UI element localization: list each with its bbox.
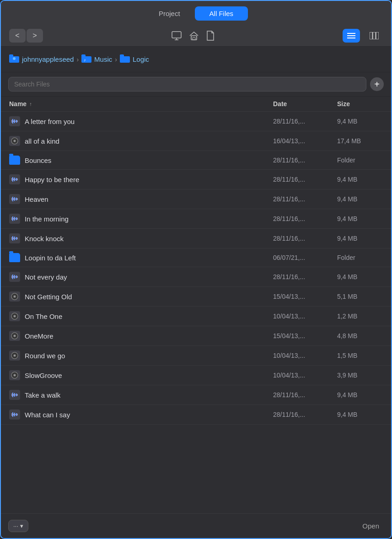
forward-button[interactable]: >	[27, 29, 43, 43]
file-size: 9,4 MB	[337, 118, 383, 125]
table-row[interactable]: Not every day 28/11/16,... 9,4 MB	[1, 267, 391, 287]
file-date: 28/11/16,...	[273, 391, 337, 399]
header-size: Size	[337, 100, 383, 108]
tab-all-files[interactable]: All Files	[195, 6, 248, 21]
svg-point-13	[13, 57, 16, 60]
file-size: 5,1 MB	[337, 293, 383, 300]
file-size: 9,4 MB	[337, 411, 383, 418]
audio-icon	[9, 390, 20, 400]
project-icon	[9, 291, 20, 302]
file-size: Folder	[337, 156, 383, 164]
table-row[interactable]: Happy to be there 28/11/16,... 9,4 MB	[1, 170, 391, 189]
file-size: 9,4 MB	[337, 273, 383, 280]
nav-group: < >	[9, 29, 43, 43]
search-row: +	[1, 72, 391, 97]
tab-project[interactable]: Project	[144, 6, 195, 21]
location-icons	[172, 31, 215, 41]
audio-icon	[9, 174, 20, 184]
table-row[interactable]: Heaven 28/11/16,... 9,4 MB	[1, 189, 391, 209]
file-date: 28/11/16,...	[273, 118, 337, 125]
toolbar: < >	[1, 25, 391, 47]
file-name: OneMore	[25, 332, 54, 340]
file-date: 06/07/21,...	[273, 254, 337, 261]
audio-icon	[9, 272, 20, 282]
file-name: A letter from you	[25, 118, 75, 125]
breadcrumb-logic[interactable]: Logic	[120, 54, 149, 64]
file-date: 28/11/16,...	[273, 273, 337, 280]
breadcrumb-sep-2: ›	[115, 56, 117, 63]
table-row[interactable]: What can I say 28/11/16,... 9,4 MB	[1, 405, 391, 425]
file-date: 28/11/16,...	[273, 411, 337, 418]
user-folder-icon	[9, 54, 19, 64]
table-row[interactable]: A letter from you 28/11/16,... 9,4 MB	[1, 112, 391, 131]
file-date: 28/11/16,...	[273, 235, 337, 242]
file-date: 16/04/13,...	[273, 137, 337, 145]
list-view-button[interactable]	[343, 29, 360, 43]
table-row[interactable]: Bounces 28/11/16,... Folder	[1, 151, 391, 170]
table-row[interactable]: SlowGroove 10/04/13,... 3,9 MB	[1, 366, 391, 385]
breadcrumb-music[interactable]: ♪ Music	[81, 54, 112, 64]
file-date: 28/11/16,...	[273, 156, 337, 164]
file-size: 9,4 MB	[337, 215, 383, 222]
table-row[interactable]: In the morning 28/11/16,... 9,4 MB	[1, 209, 391, 229]
svg-rect-18	[120, 54, 124, 57]
svg-rect-0	[172, 32, 181, 38]
table-row[interactable]: OneMore 15/04/13,... 4,8 MB	[1, 326, 391, 346]
svg-point-81	[14, 316, 16, 317]
back-button[interactable]: <	[9, 29, 26, 43]
svg-rect-10	[376, 32, 379, 39]
svg-rect-15	[81, 54, 86, 57]
open-button[interactable]: Open	[358, 520, 384, 532]
file-name-cell: Not Getting Old	[9, 291, 273, 302]
table-row[interactable]: Knock knock 28/11/16,... 9,4 MB	[1, 229, 391, 248]
svg-rect-14	[81, 56, 91, 63]
table-row[interactable]: all of a kind 16/04/13,... 17,4 MB	[1, 131, 391, 151]
project-icon	[9, 350, 20, 361]
table-row[interactable]: On The One 10/04/13,... 1,2 MB	[1, 307, 391, 326]
file-date: 10/04/13,...	[273, 313, 337, 320]
svg-rect-8	[370, 32, 372, 39]
file-date: 10/04/13,...	[273, 352, 337, 359]
file-name: Round we go	[25, 352, 65, 360]
file-rows-container: A letter from you 28/11/16,... 9,4 MB al…	[1, 112, 391, 425]
breadcrumb-user[interactable]: johnnyappleseed	[9, 54, 74, 64]
file-name: SlowGroove	[25, 372, 62, 379]
home-icon[interactable]	[189, 31, 199, 40]
svg-text:♪: ♪	[84, 58, 86, 62]
file-date: 15/04/13,...	[273, 332, 337, 340]
file-name-cell: On The One	[9, 311, 273, 321]
file-name: Bounces	[25, 156, 51, 164]
file-size: 3,9 MB	[337, 372, 383, 379]
table-row[interactable]: Take a walk 28/11/16,... 9,4 MB	[1, 385, 391, 405]
add-button[interactable]: +	[370, 77, 384, 91]
file-name-cell: Heaven	[9, 194, 273, 204]
breadcrumb-sep-1: ›	[76, 56, 79, 63]
document-icon[interactable]	[206, 31, 215, 41]
table-row[interactable]: Round we go 10/04/13,... 1,5 MB	[1, 346, 391, 366]
file-size: 9,4 MB	[337, 195, 383, 203]
audio-icon	[9, 214, 20, 224]
file-name-cell: Bounces	[9, 156, 273, 165]
file-name-cell: A letter from you	[9, 116, 273, 126]
project-icon	[9, 311, 20, 321]
column-view-button[interactable]	[365, 29, 383, 43]
header-date: Date	[273, 100, 337, 108]
table-row[interactable]: Not Getting Old 15/04/13,... 5,1 MB	[1, 287, 391, 307]
svg-point-90	[14, 375, 16, 376]
monitor-icon[interactable]	[172, 31, 182, 40]
search-input[interactable]	[8, 77, 366, 92]
file-name-cell: all of a kind	[9, 136, 273, 146]
file-date: 28/11/16,...	[273, 195, 337, 203]
more-label: ···	[13, 523, 18, 529]
table-row[interactable]: Loopin to da Left 06/07/21,... Folder	[1, 248, 391, 267]
file-date: 10/04/13,...	[273, 372, 337, 379]
list-header: Name ↑ Date Size	[1, 97, 391, 112]
file-name: On The One	[25, 313, 62, 320]
svg-point-78	[14, 296, 16, 297]
file-name: Take a walk	[25, 391, 60, 399]
file-name-cell: OneMore	[9, 331, 273, 341]
more-button[interactable]: ··· ▾	[8, 520, 28, 532]
file-size: 17,4 MB	[337, 137, 383, 145]
svg-point-30	[14, 140, 16, 142]
breadcrumb-music-label: Music	[94, 55, 112, 63]
